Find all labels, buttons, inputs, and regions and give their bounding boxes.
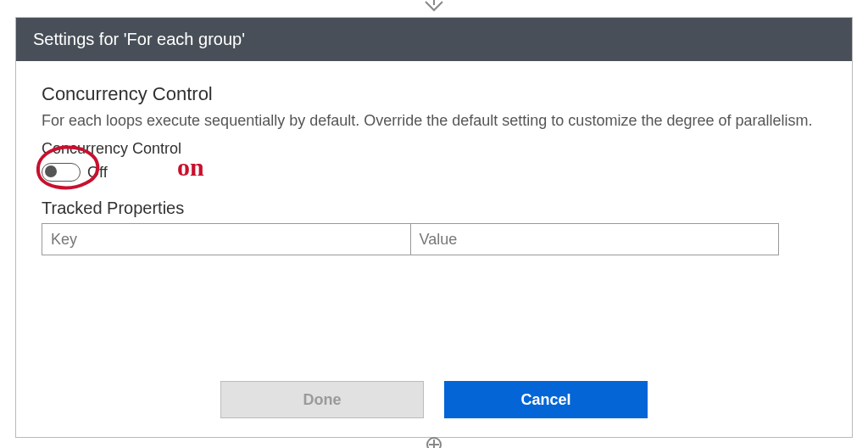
svg-point-0: [427, 438, 441, 448]
cancel-button[interactable]: Cancel: [444, 381, 648, 418]
concurrency-toggle[interactable]: [42, 163, 81, 182]
bottom-connector-icon: [422, 436, 446, 448]
concurrency-description: For each loops execute sequentially by d…: [42, 110, 826, 132]
tracked-key-header[interactable]: Key: [42, 224, 410, 255]
tracked-value-header[interactable]: Value: [410, 224, 779, 255]
concurrency-toggle-row: Off on: [42, 163, 826, 182]
done-button[interactable]: Done: [220, 381, 424, 418]
dialog-footer: Done Cancel: [16, 364, 852, 437]
concurrency-title: Concurrency Control: [42, 83, 826, 105]
dialog-title: Settings for 'For each group': [16, 18, 852, 61]
settings-dialog: Settings for 'For each group' Concurrenc…: [15, 17, 853, 438]
concurrency-toggle-state: Off: [87, 164, 108, 182]
tracked-properties-title: Tracked Properties: [42, 199, 826, 218]
tracked-properties-table: Key Value: [42, 223, 779, 255]
dialog-body: Concurrency Control For each loops execu…: [16, 61, 852, 364]
toggle-thumb-icon: [45, 165, 57, 177]
arrow-down-icon: [422, 0, 446, 19]
concurrency-toggle-label: Concurrency Control: [42, 140, 826, 158]
